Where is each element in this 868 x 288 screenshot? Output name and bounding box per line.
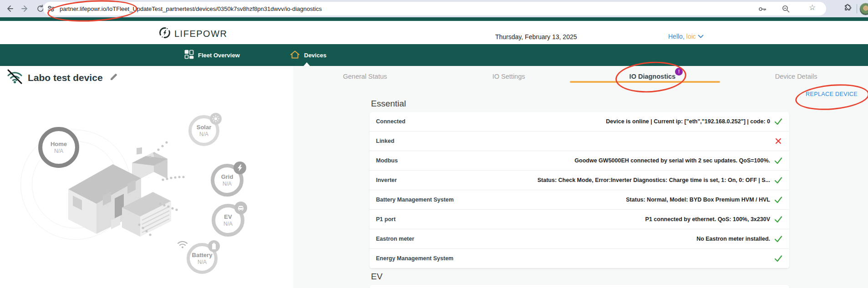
car-icon bbox=[234, 202, 247, 214]
tab-io-diagnostics[interactable]: IO Diagnostics! bbox=[581, 66, 725, 86]
sun-icon bbox=[210, 113, 222, 125]
header-date: Thursday, February 13, 2025 bbox=[495, 33, 577, 40]
row-value: Device is online | Current ip: ["eth","1… bbox=[406, 118, 770, 125]
section-heading: Essential bbox=[371, 98, 789, 109]
row-label: Connected bbox=[376, 118, 406, 125]
row-label: Inverter bbox=[376, 177, 397, 183]
tab-label: IO Diagnostics! bbox=[629, 73, 676, 80]
node-value: N/A bbox=[223, 181, 232, 187]
node-value: N/A bbox=[199, 131, 208, 138]
row-value: Goodwe GW5000EH connected by serial with… bbox=[398, 157, 770, 164]
chevron-down-icon bbox=[698, 33, 704, 40]
alert-badge: ! bbox=[675, 68, 683, 76]
row-label: P1 port bbox=[376, 216, 396, 222]
nav-label: Devices bbox=[304, 52, 326, 59]
row-label: Energy Management System bbox=[376, 255, 453, 262]
lightning-icon bbox=[233, 162, 246, 174]
device-title-row: Labo test device bbox=[6, 69, 118, 86]
diagnostic-row: Linked bbox=[370, 131, 789, 151]
tab-label: General Status bbox=[343, 73, 387, 80]
dotted-connectors bbox=[134, 136, 193, 243]
bookmark-star-icon[interactable]: ☆ bbox=[809, 4, 818, 13]
user-menu[interactable]: Hello, loic bbox=[668, 33, 704, 40]
battery-icon bbox=[208, 240, 220, 252]
diagram-node-home: Home N/A bbox=[38, 127, 79, 168]
profile-avatar[interactable] bbox=[859, 3, 868, 15]
diagnostic-row: Eastron meterNo Eastron meter installed. bbox=[370, 229, 789, 249]
diagnostic-row: P1 portP1 connected by ethernet. QoS: 10… bbox=[370, 210, 789, 229]
url-bar[interactable]: partner.lifepowr.io/IoTFleet_UpdateTest_… bbox=[43, 2, 826, 15]
device-name: Labo test device bbox=[28, 72, 103, 83]
node-label: EV bbox=[224, 213, 232, 221]
username-label: loic bbox=[686, 33, 696, 40]
edit-pencil-icon[interactable] bbox=[109, 72, 118, 83]
status-check-icon bbox=[774, 235, 783, 243]
diagnostic-row: InverterStatus: Check Mode, Error:Invert… bbox=[370, 171, 789, 190]
diagnostic-row: ModbusGoodwe GW5000EH connected by seria… bbox=[370, 151, 789, 171]
node-label: Battery bbox=[192, 252, 213, 259]
diagnostic-row: EV charging stationFound 0 charger(s) bbox=[370, 285, 789, 288]
status-check-icon bbox=[774, 254, 783, 263]
main-navbar: Fleet Overview Devices bbox=[0, 44, 868, 66]
app-window: { "browser": { "url": "partner.lifepowr.… bbox=[0, 0, 868, 288]
wifi-icon bbox=[177, 240, 188, 251]
row-value: No Eastron meter installed. bbox=[414, 236, 770, 242]
back-icon[interactable] bbox=[4, 3, 15, 15]
status-check-icon bbox=[774, 157, 783, 165]
toolbar-divider bbox=[857, 4, 857, 13]
page-top-accent bbox=[0, 17, 868, 21]
node-label: Home bbox=[51, 141, 67, 148]
row-label: Battery Management System bbox=[376, 197, 454, 203]
fleet-grid-icon bbox=[184, 50, 194, 61]
status-check-icon bbox=[774, 117, 783, 126]
greeting-label: Hello, bbox=[668, 33, 685, 40]
tab-label: Device Details bbox=[775, 73, 817, 80]
node-value: N/A bbox=[223, 221, 233, 227]
devices-house-icon bbox=[290, 50, 300, 61]
tab-general-status[interactable]: General Status bbox=[293, 66, 437, 86]
status-check-icon bbox=[774, 196, 783, 204]
zoom-out-icon[interactable] bbox=[782, 5, 791, 14]
row-label: Modbus bbox=[376, 157, 398, 164]
diagnostic-row: ConnectedDevice is online | Current ip: … bbox=[370, 112, 789, 131]
password-key-icon[interactable] bbox=[758, 5, 767, 14]
extensions-icon[interactable] bbox=[843, 4, 853, 15]
node-value: N/A bbox=[54, 148, 63, 155]
browser-toolbar: partner.lifepowr.io/IoTFleet_UpdateTest_… bbox=[0, 0, 868, 17]
node-label: Grid bbox=[221, 173, 233, 181]
site-settings-icon[interactable] bbox=[47, 5, 55, 15]
diagnostic-row: Battery Management SystemStatus: Normal,… bbox=[370, 190, 789, 210]
status-check-icon bbox=[774, 176, 783, 184]
tab-label: IO Settings bbox=[492, 73, 525, 80]
nav-label: Fleet Overview bbox=[198, 52, 240, 59]
row-value: P1 connected by ethernet. QoS: 100%, 3x2… bbox=[396, 216, 770, 222]
node-label: Solar bbox=[197, 124, 212, 131]
nav-item-fleet-overview[interactable]: Fleet Overview bbox=[184, 44, 240, 66]
forward-icon[interactable] bbox=[19, 3, 31, 15]
section-heading: EV bbox=[371, 271, 789, 282]
tab-io-settings[interactable]: IO Settings bbox=[437, 66, 581, 86]
url-text[interactable]: partner.lifepowr.io/IoTFleet_UpdateTest_… bbox=[60, 5, 322, 12]
node-value: N/A bbox=[198, 259, 207, 266]
lifepowr-logo-icon bbox=[158, 26, 171, 41]
active-nav-marker bbox=[304, 62, 310, 66]
status-check-icon bbox=[774, 215, 783, 223]
diagnostics-card: EV charging stationFound 0 charger(s) bbox=[370, 285, 789, 288]
diagnostic-row: Energy Management System bbox=[370, 249, 789, 268]
brand-name: LIFEPOWR bbox=[174, 29, 227, 39]
wifi-off-icon bbox=[6, 69, 23, 86]
app-header: LIFEPOWR Thursday, February 13, 2025 Hel… bbox=[0, 21, 868, 44]
row-label: Linked bbox=[376, 138, 394, 144]
row-value: Status: Check Mode, Error:Inverter Diagn… bbox=[397, 177, 770, 183]
brand-logo[interactable]: LIFEPOWR bbox=[158, 26, 227, 41]
active-tab-underline bbox=[570, 81, 720, 83]
tabs-row: General Status IO Settings IO Diagnostic… bbox=[293, 66, 868, 86]
status-cross-icon bbox=[774, 137, 783, 145]
diagnostic-sections: EssentialConnectedDevice is online | Cur… bbox=[370, 98, 789, 288]
row-label: Eastron meter bbox=[376, 236, 414, 242]
tab-device-details[interactable]: Device Details bbox=[724, 66, 868, 86]
diagnostics-card: ConnectedDevice is online | Current ip: … bbox=[370, 112, 789, 268]
row-value: Status: Normal, Model: BYD Box Premium H… bbox=[454, 197, 770, 203]
replace-device-button[interactable]: REPLACE DEVICE bbox=[797, 91, 858, 97]
